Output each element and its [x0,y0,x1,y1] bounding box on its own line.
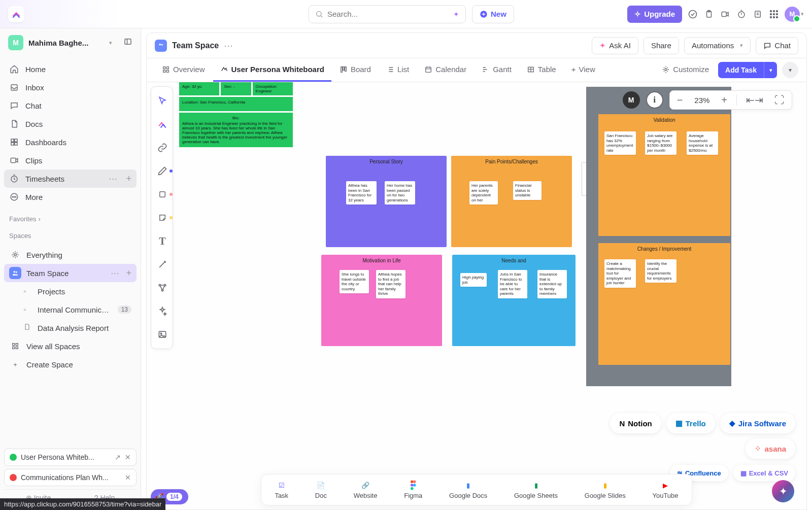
favorites-label[interactable]: Favorites› [0,209,141,226]
chevron-down-icon[interactable]: ▾ [801,11,804,17]
shape-tool[interactable] [151,183,174,206]
ai-sparkle-icon[interactable]: ✦ [453,10,459,18]
nav-timesheets[interactable]: Timesheets⋯+ [4,169,137,188]
space-team-space[interactable]: Team Space ⋯ + [4,264,137,282]
tab-calendar[interactable]: Calendar [417,58,473,82]
integration-trello[interactable]: ▦Trello [666,413,715,433]
presence-avatar[interactable]: M [623,91,640,109]
view-all-spaces[interactable]: View all Spaces [4,337,137,355]
validation-box[interactable]: Validation San Francisco has 32% unemplo… [598,114,730,236]
diagram-tool[interactable] [151,277,174,299]
tab-gantt[interactable]: Gantt [475,58,519,82]
customize-button[interactable]: Customize [658,58,713,82]
cursor-tool[interactable] [151,90,174,112]
open-task-1[interactable]: User Persona Whiteb... ↗ ✕ [4,449,137,466]
search-input[interactable]: ✦ [309,5,466,23]
more-icon[interactable]: ⋯ [224,40,233,51]
new-button[interactable]: New [472,5,514,23]
breadcrumb-title[interactable]: Team Space [172,41,219,50]
image-tool[interactable] [151,323,174,346]
create-space[interactable]: +Create Space [4,355,137,373]
text-tool[interactable]: T [151,230,174,252]
changes-box[interactable]: Changes / Improvement Create a matchmaki… [598,243,730,365]
app-logo[interactable] [8,6,24,22]
space-data-analysis[interactable]: Data Analysis Report [4,319,137,337]
user-avatar[interactable]: M [785,7,800,22]
automations-button[interactable]: Automations▾ [684,37,751,54]
tab-board[interactable]: Board [332,58,378,82]
needs-box[interactable]: Needs and High paying job Jobs in San Fr… [452,255,576,346]
add-task-dropdown[interactable]: ▾ [764,62,777,78]
fab-create[interactable]: ✦ [772,480,794,502]
check-circle-icon[interactable] [687,9,698,20]
zoom-in-button[interactable]: + [719,94,729,106]
sticky-tool[interactable] [151,207,174,229]
fullscreen-icon[interactable]: ⛶ [772,94,787,106]
stopwatch-icon[interactable] [736,9,747,20]
share-button[interactable]: Share [644,37,679,54]
close-icon[interactable]: ✕ [125,453,131,461]
right-panel[interactable]: Validation San Francisco has 32% unemplo… [586,87,731,386]
plus-icon[interactable]: + [126,268,131,279]
integration-excel[interactable]: ▦Excel & CSV [733,465,795,481]
add-task-button[interactable]: Add Task [718,62,764,78]
motivation-box[interactable]: Motivation in Life She longs to travel o… [321,255,442,346]
notepad-icon[interactable] [752,9,763,20]
tab-add-view[interactable]: +View [564,58,602,82]
link-tool[interactable] [151,137,174,159]
whiteboard-canvas[interactable]: T 🚀 1/4 M i − 23% + ⇤⇥ ⛶ [146,82,807,510]
connector-tool[interactable] [151,253,174,276]
magic-tool[interactable] [151,300,174,322]
pain-points-box[interactable]: Pain Points/Challenges Her parents are s… [451,156,572,247]
nav-more[interactable]: More [4,188,137,206]
space-projects[interactable]: ◦Projects [4,282,137,300]
profile-box[interactable]: Age: 32 yo Sex: - Occupation: Engineer L… [179,82,293,147]
video-icon[interactable] [720,9,731,20]
ai-tool[interactable] [151,113,174,135]
more-icon[interactable]: ⋯ [111,268,120,279]
info-icon[interactable]: i [646,91,663,109]
apps-grid-icon[interactable] [768,9,780,20]
upgrade-button[interactable]: ✧ Upgrade [627,6,682,23]
clipboard-icon[interactable] [703,9,715,20]
dock-youtube[interactable]: ▶YouTube [652,480,678,499]
breadcrumb-space-icon[interactable] [155,40,167,52]
nav-chat[interactable]: Chat [4,96,137,115]
dock-doc[interactable]: 📄Doc [315,480,327,499]
more-options-button[interactable]: ▾ [782,62,798,78]
integration-jira[interactable]: ◆Jira Software [720,413,795,433]
sidebar-collapse-icon[interactable] [123,37,132,48]
tab-list[interactable]: List [379,58,416,82]
personal-story-box[interactable]: Personal Story Althea has been in San Fr… [326,156,447,247]
open-task-2[interactable]: Communications Plan Wh... ✕ [4,469,137,486]
dock-website[interactable]: 🔗Website [354,480,378,499]
pen-tool[interactable] [151,160,174,182]
nav-home[interactable]: Home [4,60,137,78]
space-everything[interactable]: Everything [4,246,137,264]
workspace-switcher[interactable]: M Mahima Baghe... ▾ [0,28,141,57]
dock-gslides[interactable]: ▮Google Slides [585,480,626,499]
nav-clips[interactable]: Clips [4,151,137,169]
nav-dashboards[interactable]: Dashboards [4,133,137,151]
zoom-out-button[interactable]: − [675,94,685,106]
space-internal-comm[interactable]: ◦Internal Communicati...13 [4,300,137,319]
nav-inbox[interactable]: Inbox [4,78,137,96]
fit-width-icon[interactable]: ⇤⇥ [744,94,765,106]
dock-task[interactable]: ☑Task [275,480,288,499]
zoom-percent[interactable]: 23% [692,96,712,105]
tab-table[interactable]: Table [520,58,563,82]
nav-docs[interactable]: Docs [4,115,137,133]
dock-gdocs[interactable]: ▮Google Docs [449,480,487,499]
dock-figma[interactable]: Figma [404,480,422,499]
integration-notion[interactable]: NNotion [610,413,661,433]
close-icon[interactable]: ✕ [125,473,131,482]
tab-overview[interactable]: Overview [155,58,212,82]
external-link-icon[interactable]: ↗ [115,453,121,461]
ask-ai-button[interactable]: Ask AI [592,37,638,54]
chat-button[interactable]: Chat [756,37,798,54]
plus-icon[interactable]: + [126,174,131,184]
tab-whiteboard[interactable]: User Persona Whiteboard [213,58,331,82]
dock-gsheets[interactable]: ▮Google Sheets [514,480,558,499]
integration-asana[interactable]: ⁘asana [746,438,795,459]
more-icon[interactable]: ⋯ [109,174,118,184]
